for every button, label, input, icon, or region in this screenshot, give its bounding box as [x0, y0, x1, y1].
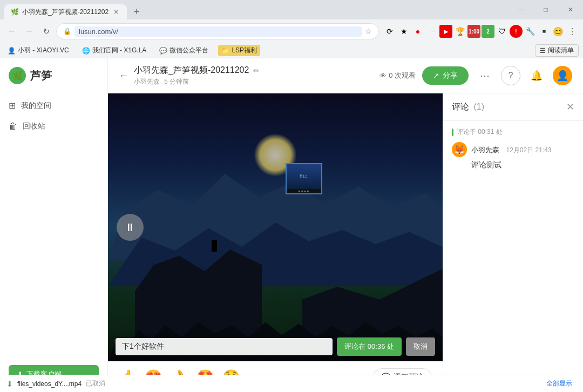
comment-input-row: 评论在 00:36 处 取消	[116, 337, 435, 356]
comments-count: (1)	[473, 102, 484, 111]
video-bg: Hic ■ ■ ■ ■ ⏸	[108, 93, 443, 361]
more-icon: ⋯	[480, 70, 490, 82]
ext-icon-6[interactable]: 🔧	[524, 25, 537, 38]
play-pause-btn[interactable]: ⏸	[117, 214, 144, 241]
sidebar: 🌿 芦笋 ⊞ 我的空间 🗑 回收站 ⬇ 下载客户端	[0, 58, 108, 392]
help-icon: ?	[509, 71, 513, 80]
bookmark-label-2: 微信公众平台	[170, 46, 208, 55]
video-player[interactable]: Hic ■ ■ ■ ■ ⏸ 评论	[108, 93, 443, 361]
bookmark-item-0[interactable]: 👤 小羽 - XIAOYI.VC	[4, 45, 72, 56]
help-btn[interactable]: ?	[501, 66, 520, 85]
star-icon[interactable]: ★	[397, 25, 410, 38]
timestamp-bar-indicator	[452, 129, 453, 136]
download-filename: files_videos_dY....mp4	[17, 380, 82, 388]
preview-popup: Hic ■ ■ ■ ■	[286, 163, 322, 194]
user-avatar[interactable]: 👤	[553, 66, 572, 85]
close-comments-btn[interactable]: ✕	[566, 101, 574, 113]
tab-close-btn[interactable]: ×	[112, 8, 120, 16]
ext-icon-3[interactable]: 🏆	[453, 25, 466, 38]
sidebar-item-myspace[interactable]: ⊞ 我的空间	[0, 95, 107, 116]
edit-icon[interactable]: ✏	[253, 66, 260, 75]
ext-badge-green[interactable]: 2	[482, 25, 494, 38]
user-avatar-browser[interactable]: 😊	[552, 25, 565, 38]
ext-badge-red[interactable]: 1:00	[467, 25, 480, 38]
content-header: ← 小羽先森_芦笋视频-20211202 ✏ 小羽先森 5 分钟前 👁 0 次观…	[108, 58, 583, 93]
back-arrow-btn[interactable]: ←	[119, 70, 128, 82]
reading-list-btn[interactable]: ☰ 阅读清单	[535, 44, 579, 57]
comment-text-input[interactable]	[116, 338, 333, 355]
app-area: 🌿 芦笋 ⊞ 我的空间 🗑 回收站 ⬇ 下载客户端 ←	[0, 58, 583, 392]
bell-icon: 🔔	[531, 70, 543, 82]
figure-silhouette	[212, 240, 217, 252]
menu-btn[interactable]: ⋮	[566, 25, 579, 38]
browser-toolbar-icons: ⟳ ★ ● ⋯ ▶ 🏆 1:00 2 🛡 ! 🔧 ≡ 😊 ⋮	[383, 25, 579, 38]
comment-username: 小羽先森	[471, 146, 499, 154]
show-all-label: 全部显示	[546, 380, 572, 387]
bookmark-item-2[interactable]: 💬 微信公众平台	[156, 45, 212, 56]
trash-icon: 🗑	[9, 121, 17, 131]
share-btn[interactable]: ↗ 分享	[422, 66, 469, 85]
opera-icon[interactable]: ●	[411, 25, 424, 38]
tab-bar: 🌿 小羽先森_芦笋视频-20211202 × + — □ ✕	[0, 0, 583, 19]
address-bar[interactable]: 🔒 lusun.com/v/ ☆	[56, 23, 379, 39]
ext-icon-1[interactable]: ⋯	[425, 25, 438, 38]
back-nav-btn[interactable]: ←	[4, 24, 19, 39]
bookmark-star-icon[interactable]: ☆	[365, 27, 372, 36]
bookmark-item-1[interactable]: 🌐 我们官网 - X1G.LA	[79, 45, 150, 56]
logo-icon: 🌿	[9, 67, 26, 84]
notification-btn[interactable]: 🔔	[527, 66, 546, 85]
comment-user-row: 🦊 小羽先森 12月02日 21:43	[452, 142, 574, 157]
video-comments-area: Hic ■ ■ ■ ■ ⏸ 评论	[108, 93, 583, 392]
author-name: 小羽先森	[134, 77, 160, 86]
bookmark-label-0: 小羽 - XIAOYI.VC	[18, 46, 69, 55]
comment-avatar: 🦊	[452, 142, 467, 157]
minimize-btn[interactable]: —	[509, 0, 533, 19]
sync-icon[interactable]: ⟳	[383, 25, 396, 38]
active-tab[interactable]: 🌿 小羽先森_芦笋视频-20211202 ×	[4, 4, 127, 19]
bookmark-icon-3: 📁	[221, 47, 229, 55]
sidebar-item-trash[interactable]: 🗑 回收站	[0, 116, 107, 137]
download-bar: ⬇ files_videos_dY....mp4 已取消 全部显示	[0, 375, 583, 392]
preview-inner: Hic	[287, 164, 321, 189]
main-content: ← 小羽先森_芦笋视频-20211202 ✏ 小羽先森 5 分钟前 👁 0 次观…	[108, 58, 583, 392]
refresh-btn[interactable]: ↻	[39, 24, 54, 39]
comment-at-label: 评论在 00:36 处	[344, 342, 394, 350]
bookmark-item-3[interactable]: 📁 LSP福利	[218, 45, 260, 56]
time-ago: 5 分钟前	[164, 77, 189, 86]
ext-icon-2[interactable]: ▶	[439, 25, 452, 38]
ext-icon-7[interactable]: ≡	[538, 25, 551, 38]
address-text: lusun.com/v/	[74, 26, 362, 37]
new-tab-btn[interactable]: +	[129, 4, 144, 19]
video-title-text: 小羽先森_芦笋视频-20211202	[134, 65, 249, 76]
window-controls: — □ ✕	[509, 0, 583, 19]
ext-icon-4[interactable]: 🛡	[496, 25, 509, 38]
sidebar-item-label-1: 回收站	[23, 121, 45, 131]
tab-title: 小羽先森_芦笋视频-20211202	[22, 8, 109, 17]
tabs-area: 🌿 小羽先森_芦笋视频-20211202 × +	[0, 0, 509, 19]
bookmarks-bar: 👤 小羽 - XIAOYI.VC 🌐 我们官网 - X1G.LA 💬 微信公众平…	[0, 43, 583, 58]
comments-header: 评论 (1) ✕	[443, 93, 583, 121]
cancel-label: 取消	[413, 342, 428, 350]
download-status: 已取消	[86, 379, 105, 388]
forward-nav-btn[interactable]: →	[22, 24, 37, 39]
comment-at-btn[interactable]: 评论在 00:36 处	[337, 337, 402, 356]
download-file-info: ⬇ files_videos_dY....mp4 已取消	[6, 379, 535, 388]
comment-timestamp-badge: 评论于 00:31 处	[452, 127, 574, 137]
address-bar-row: ← → ↻ 🔒 lusun.com/v/ ☆ ⟳ ★ ● ⋯ ▶ 🏆 1:00 …	[0, 19, 583, 43]
extensions-area: ⟳ ★ ● ⋯ ▶ 🏆 1:00 2 🛡 ! 🔧 ≡ 😊 ⋮	[383, 25, 579, 38]
download-file-icon: ⬇	[6, 380, 13, 388]
bookmark-icon-1: 🌐	[82, 47, 90, 55]
more-btn[interactable]: ⋯	[475, 66, 494, 85]
close-window-btn[interactable]: ✕	[558, 0, 583, 19]
myspace-icon: ⊞	[9, 100, 16, 111]
maximize-btn[interactable]: □	[533, 0, 558, 19]
comments-panel: 评论 (1) ✕ 评论于 00:31 处 🦊 小羽	[443, 93, 583, 392]
lock-icon: 🔒	[63, 28, 71, 35]
preview-text: Hic	[300, 174, 307, 179]
sidebar-item-label-0: 我的空间	[21, 101, 51, 111]
show-all-downloads-btn[interactable]: 全部显示	[542, 377, 577, 390]
share-label: 分享	[443, 71, 458, 80]
eye-icon: 👁	[379, 72, 387, 80]
cancel-comment-btn[interactable]: 取消	[406, 337, 435, 356]
ext-icon-5[interactable]: !	[510, 25, 523, 38]
